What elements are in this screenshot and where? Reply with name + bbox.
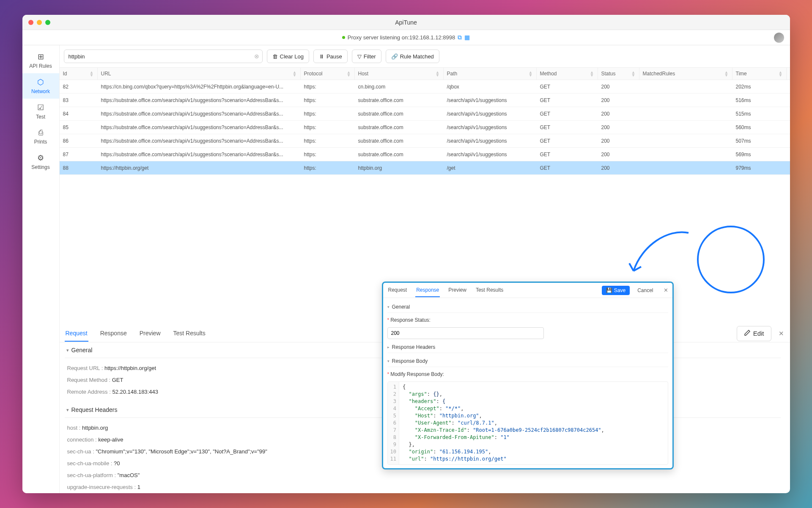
cell-url: https://cn.bing.com/qbox?query=https%3A%…	[98, 84, 301, 90]
sidebar-item-api-rules[interactable]: ⊞API Rules	[22, 48, 59, 73]
cell-path: /search/api/v1/suggestions	[444, 124, 537, 130]
tab-response[interactable]: Response	[99, 326, 128, 342]
response-status-input[interactable]	[387, 327, 544, 339]
search-input[interactable]	[64, 50, 263, 63]
toolbar: ⊗ 🗑Clear Log ⏸Pause ▽Filter 🔗Rule Matche…	[60, 45, 790, 67]
key-value-row: sec-ch-ua-platform : "macOS"	[67, 469, 778, 481]
cell-status: 200	[598, 138, 639, 144]
cell-url: https://substrate.office.com/search/api/…	[98, 124, 301, 130]
network-icon: ⬡	[37, 77, 44, 87]
table-row[interactable]: 83https://substrate.office.com/search/ap…	[60, 94, 790, 107]
column-header-method[interactable]: Method▲▼	[537, 68, 598, 80]
edit-tab-request[interactable]: Request	[387, 284, 408, 297]
minimize-window-button[interactable]	[37, 20, 42, 25]
save-button[interactable]: 💾Save	[602, 286, 630, 295]
response-body-editor[interactable]: 1234567891011 { "args": {}, "headers": {…	[387, 381, 668, 465]
copy-address-icon[interactable]: ⧉	[458, 34, 462, 41]
filter-button[interactable]: ▽Filter	[352, 50, 381, 63]
column-header-protocol[interactable]: Protocol▲▼	[301, 68, 355, 80]
cell-path: /search/api/v1/suggestions	[444, 138, 537, 144]
cell-protocol: https:	[301, 138, 355, 144]
cell-url: https://substrate.office.com/search/api/…	[98, 152, 301, 157]
cell-method: GET	[537, 84, 598, 90]
cell-method: GET	[537, 138, 598, 144]
table-row[interactable]: 85https://substrate.office.com/search/ap…	[60, 121, 790, 134]
chevron-down-icon: ▾	[66, 407, 69, 413]
column-header-time[interactable]: Time▲▼	[732, 68, 787, 80]
cell-host: httpbin.org	[355, 165, 444, 171]
column-header-url[interactable]: URL▲▼	[98, 68, 301, 80]
api rules-icon: ⊞	[38, 52, 44, 61]
pause-button[interactable]: ⏸Pause	[313, 50, 348, 63]
cell-status: 200	[598, 84, 639, 90]
edit-button-label: Edit	[753, 330, 764, 337]
sort-icon: ▲▼	[293, 71, 297, 77]
sidebar-item-prints[interactable]: ⎙Prints	[22, 124, 59, 149]
clear-log-button[interactable]: 🗑Clear Log	[267, 50, 309, 63]
table-row[interactable]: 86https://substrate.office.com/search/ap…	[60, 134, 790, 148]
traffic-lights	[28, 20, 50, 25]
cancel-button[interactable]: Cancel	[637, 287, 653, 293]
chevron-down-icon: ▾	[66, 348, 69, 353]
sort-icon: ▲▼	[724, 71, 729, 77]
cell-protocol: https:	[301, 165, 355, 171]
edit-section-response-headers[interactable]: ▸Response Headers	[387, 342, 668, 353]
cell-method: GET	[537, 165, 598, 171]
column-header-matchedrules[interactable]: MatchedRules▲▼	[639, 68, 732, 80]
rule-matched-button[interactable]: 🔗Rule Matched	[386, 50, 439, 63]
cell-protocol: https:	[301, 84, 355, 90]
cell-path: /search/api/v1/suggestions	[444, 97, 537, 103]
avatar[interactable]	[774, 33, 784, 43]
close-window-button[interactable]	[28, 20, 33, 25]
cell-id: 82	[60, 84, 98, 90]
sidebar-item-settings[interactable]: ⚙Settings	[22, 149, 59, 174]
edit-tab-test-results[interactable]: Test Results	[475, 284, 504, 297]
edit-tab-preview[interactable]: Preview	[447, 284, 467, 297]
sort-icon: ▲▼	[90, 71, 94, 77]
link-icon: 🔗	[391, 53, 398, 60]
tab-request[interactable]: Request	[65, 326, 88, 342]
close-detail-icon[interactable]: ✕	[779, 330, 784, 337]
column-header-path[interactable]: Path▲▼	[444, 68, 537, 80]
cell-time: 560ms	[732, 124, 787, 130]
table-row[interactable]: 82https://cn.bing.com/qbox?query=https%3…	[60, 80, 790, 94]
cell-host: substrate.office.com	[355, 111, 444, 117]
tab-preview[interactable]: Preview	[139, 326, 162, 342]
tab-test-results[interactable]: Test Results	[173, 326, 206, 342]
cell-status: 200	[598, 111, 639, 117]
sort-icon: ▲▼	[631, 71, 636, 77]
qrcode-icon[interactable]: ▦	[464, 34, 470, 41]
test-icon: ☑	[37, 103, 44, 112]
edit-button[interactable]: Edit	[737, 326, 771, 341]
sidebar-item-label: Settings	[31, 164, 49, 170]
sidebar-item-test[interactable]: ☑Test	[22, 99, 59, 124]
maximize-window-button[interactable]	[45, 20, 50, 25]
edit-section-general[interactable]: ▾General	[387, 301, 668, 313]
edit-tab-response[interactable]: Response	[415, 284, 440, 297]
table-row[interactable]: 84https://substrate.office.com/search/ap…	[60, 107, 790, 121]
close-edit-panel-icon[interactable]: ✕	[664, 287, 668, 293]
table-row[interactable]: 88https://httpbin.org/gethttps:httpbin.o…	[60, 161, 790, 175]
edit-section-response-body[interactable]: ▾Response Body	[387, 356, 668, 367]
column-header-host[interactable]: Host▲▼	[355, 68, 444, 80]
cell-method: GET	[537, 124, 598, 130]
cell-id: 86	[60, 138, 98, 144]
prints-icon: ⎙	[38, 128, 43, 137]
sidebar-item-network[interactable]: ⬡Network	[22, 73, 59, 99]
sidebar-item-label: Network	[31, 88, 50, 94]
cell-url: https://substrate.office.com/search/api/…	[98, 97, 301, 103]
cell-time: 979ms	[732, 165, 787, 171]
chevron-down-icon: ▾	[387, 305, 390, 309]
app-window: ApiTune Proxy server listening on: 192.1…	[22, 15, 790, 493]
column-header-status[interactable]: Status▲▼	[598, 68, 639, 80]
network-table: Id▲▼URL▲▼Protocol▲▼Host▲▼Path▲▼Method▲▼S…	[60, 67, 790, 175]
column-header-id[interactable]: Id▲▼	[60, 68, 98, 80]
cell-host: substrate.office.com	[355, 124, 444, 130]
cell-status: 200	[598, 152, 639, 157]
sidebar-item-label: API Rules	[29, 63, 52, 69]
sort-icon: ▲▼	[529, 71, 533, 77]
chevron-down-icon: ▾	[387, 359, 390, 363]
clear-search-icon[interactable]: ⊗	[254, 53, 259, 60]
cell-id: 83	[60, 97, 98, 103]
table-row[interactable]: 87https://substrate.office.com/search/ap…	[60, 148, 790, 161]
